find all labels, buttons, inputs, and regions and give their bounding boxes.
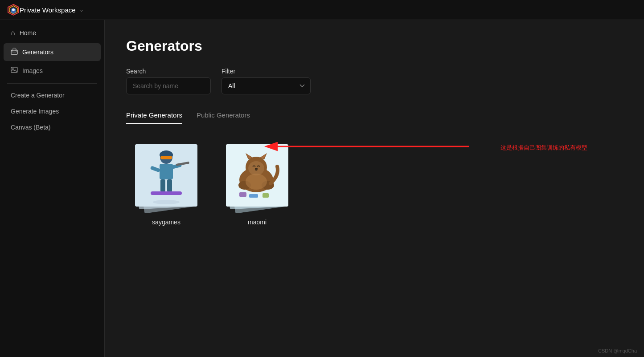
main-content: Generators Search Filter All Private Pub… [105,20,644,357]
generator-grid: saygames [126,138,623,226]
workspace-chevron-icon[interactable]: ⌄ [79,7,84,13]
svg-rect-41 [239,192,246,197]
tab-private-generators[interactable]: Private Generators [126,107,182,124]
sidebar-divider [7,83,97,84]
card-stack-layer-3 [226,144,288,207]
tab-private-generators-label: Private Generators [126,111,182,119]
sidebar-item-home[interactable]: ⌂ Home [4,24,101,41]
tab-content: 这是根据自己图集训练的私有模型 [126,138,623,226]
sidebar-item-canvas-label: Canvas (Beta) [11,124,50,131]
generator-card-saygames[interactable]: saygames [126,138,206,226]
controls-row: Search Filter All Private Public [126,68,623,94]
svg-rect-25 [151,191,182,195]
svg-point-3 [12,8,15,11]
sidebar-item-canvas[interactable]: Canvas (Beta) [4,120,101,135]
filter-label: Filter [222,68,311,75]
svg-rect-43 [263,193,269,198]
page-title: Generators [126,38,623,54]
sidebar-item-home-label: Home [20,29,36,37]
sidebar-item-generators-label: Generators [22,49,53,56]
generator-card-saygames-image [128,138,204,213]
svg-rect-7 [11,67,17,73]
sidebar-item-create-generator-label: Create a Generator [11,92,65,99]
filter-select[interactable]: All Private Public [222,77,311,94]
tabs: Private Generators Public Generators [126,107,623,124]
sidebar-item-generators[interactable]: Generators [4,43,101,61]
generator-card-maomi-name: maomi [248,219,267,226]
sidebar-item-generate-images[interactable]: Generate Images [4,104,101,119]
svg-rect-18 [160,156,172,159]
svg-rect-42 [249,194,258,198]
card-stack-layer-3 [135,144,197,207]
svg-rect-23 [160,179,165,192]
topbar: Private Workspace ⌄ [0,0,644,20]
sidebar-item-generate-images-label: Generate Images [11,108,59,115]
generator-card-saygames-name: saygames [152,219,180,226]
images-icon [11,66,18,75]
generator-card-maomi-image [219,138,295,213]
svg-rect-19 [160,164,173,179]
search-group: Search [126,68,211,94]
tab-public-generators[interactable]: Public Generators [197,107,250,124]
sidebar: ⌂ Home Generators Images [0,20,105,357]
search-input[interactable] [126,77,211,94]
tab-public-generators-label: Public Generators [197,111,250,119]
sidebar-item-images-label: Images [22,67,43,74]
workspace-title: Private Workspace [20,6,76,14]
svg-point-40 [246,174,267,190]
home-icon: ⌂ [11,29,15,37]
sidebar-item-create-generator[interactable]: Create a Generator [4,88,101,103]
app-logo [7,4,20,16]
sidebar-item-images[interactable]: Images [4,62,101,79]
svg-point-37 [255,168,258,170]
filter-group: Filter All Private Public [222,68,311,94]
svg-rect-24 [167,179,172,192]
search-label: Search [126,68,211,75]
generator-card-maomi[interactable]: maomi [217,138,297,226]
svg-point-26 [153,200,180,204]
generators-icon [11,48,18,57]
